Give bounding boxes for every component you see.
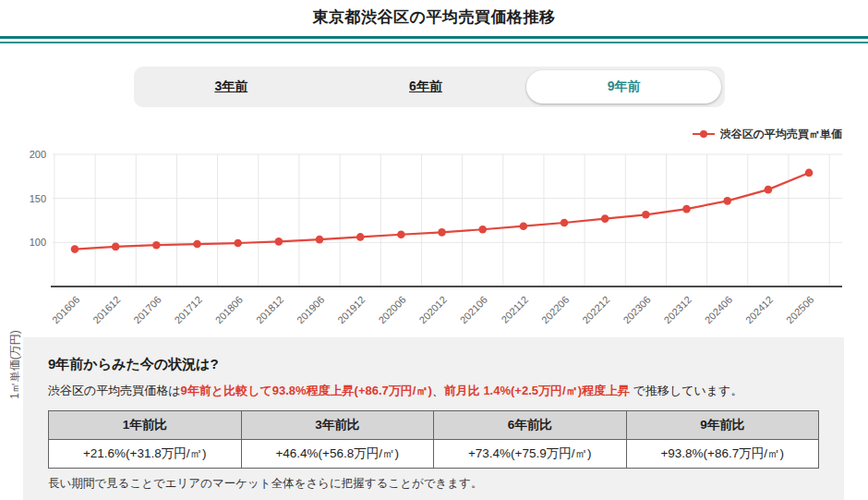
- svg-text:202306: 202306: [621, 294, 652, 325]
- svg-text:202506: 202506: [784, 294, 815, 325]
- tab-label: 9年前: [608, 79, 641, 95]
- summary-separator: 、: [432, 384, 444, 397]
- svg-text:150: 150: [30, 193, 46, 204]
- svg-text:201612: 201612: [90, 294, 122, 325]
- chart-area: 1㎡単価(万円) 1001502002016062016122017062017…: [0, 146, 868, 337]
- page: 東京都渋谷区の平均売買価格推移 3年前 6年前 9年前 渋谷区の平均売買㎡単価 …: [0, 0, 868, 500]
- svg-text:201812: 201812: [254, 294, 285, 325]
- chart-legend[interactable]: 渋谷区の平均売買㎡単価: [693, 127, 842, 141]
- summary-heading: 9年前からみた今の状況は?: [48, 356, 819, 373]
- period-tab-bar: 3年前 6年前 9年前: [134, 67, 725, 107]
- value-cell-6y: +73.4%(+75.9万円/㎡): [434, 440, 627, 469]
- header-cell-1y: 1年前比: [49, 411, 242, 440]
- svg-text:202312: 202312: [662, 294, 693, 325]
- summary-highlight-2: 前月比 1.4%(+2.5万円/㎡)程度上昇: [444, 384, 630, 397]
- page-title: 東京都渋谷区の平均売買価格推移: [0, 6, 868, 28]
- summary-text: 渋谷区の平均売買価格は9年前と比較して93.8%程度上昇(+86.7万円/㎡)、…: [48, 383, 819, 399]
- header-cell-9y: 9年前比: [626, 411, 819, 440]
- svg-text:201906: 201906: [295, 294, 326, 325]
- header-cell-6y: 6年前比: [434, 411, 627, 440]
- comparison-table: 1年前比 3年前比 6年前比 9年前比 +21.6%(+31.8万円/㎡) +4…: [48, 410, 819, 469]
- svg-text:202212: 202212: [580, 294, 611, 325]
- summary-suffix: で推移しています。: [630, 384, 742, 397]
- tab-label: 6年前: [409, 79, 442, 95]
- svg-text:202112: 202112: [499, 294, 530, 325]
- svg-text:202106: 202106: [458, 294, 489, 325]
- svg-text:202206: 202206: [539, 294, 571, 325]
- value-cell-1y: +21.6%(+31.8万円/㎡): [49, 440, 242, 469]
- price-trend-chart: 1001502002016062016122017062017122018062…: [0, 146, 868, 337]
- tab-3-years-ago[interactable]: 3年前: [134, 67, 329, 107]
- summary-prefix: 渋谷区の平均売買価格は: [48, 384, 181, 397]
- svg-text:202012: 202012: [416, 294, 448, 325]
- svg-text:201606: 201606: [50, 294, 81, 325]
- title-underline-thick: [0, 36, 868, 39]
- svg-text:201706: 201706: [131, 294, 163, 325]
- svg-text:201712: 201712: [172, 294, 203, 325]
- tab-label: 3年前: [214, 79, 247, 95]
- value-cell-3y: +46.4%(+56.8万円/㎡): [241, 440, 434, 469]
- header-cell-3y: 3年前比: [241, 411, 434, 440]
- summary-panel: 9年前からみた今の状況は? 渋谷区の平均売買価格は9年前と比較して93.8%程度…: [23, 337, 844, 500]
- svg-text:100: 100: [30, 237, 46, 248]
- comparison-value-row: +21.6%(+31.8万円/㎡) +46.4%(+56.8万円/㎡) +73.…: [49, 440, 819, 469]
- svg-text:200: 200: [30, 149, 46, 160]
- legend-marker-icon: [693, 129, 715, 139]
- tab-6-years-ago[interactable]: 6年前: [329, 67, 524, 107]
- value-cell-9y: +93.8%(+86.7万円/㎡): [626, 440, 819, 469]
- tab-9-years-ago[interactable]: 9年前: [526, 70, 721, 104]
- svg-text:202406: 202406: [703, 294, 734, 325]
- summary-footnote: 長い期間で見ることでエリアのマーケット全体をさらに把握することができます。: [48, 476, 819, 492]
- title-underline-thin: [0, 42, 868, 43]
- svg-text:201912: 201912: [335, 294, 367, 325]
- comparison-header-row: 1年前比 3年前比 6年前比 9年前比: [49, 411, 819, 440]
- y-axis-title: 1㎡単価(万円): [7, 323, 23, 407]
- svg-text:201806: 201806: [213, 294, 245, 325]
- svg-text:202006: 202006: [376, 294, 407, 325]
- summary-highlight-1: 9年前と比較して93.8%程度上昇(+86.7万円/㎡): [181, 384, 432, 397]
- svg-text:202412: 202412: [743, 294, 775, 325]
- legend-label: 渋谷区の平均売買㎡単価: [720, 127, 842, 142]
